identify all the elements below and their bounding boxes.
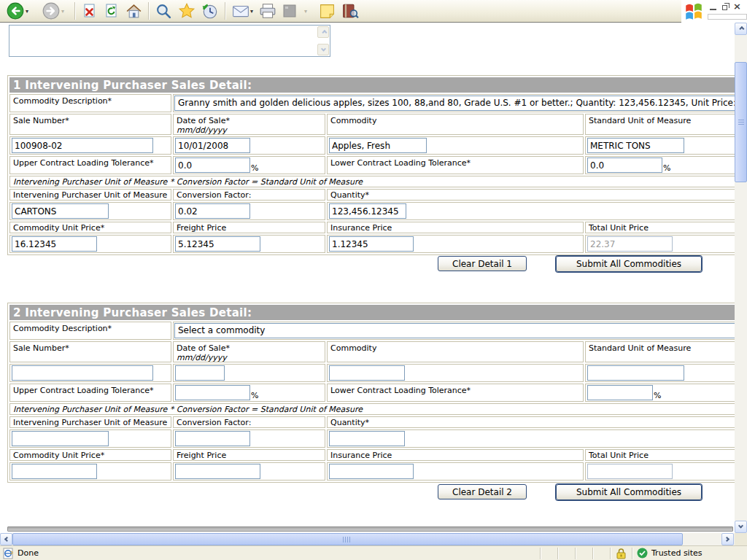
sale-number-input[interactable]: [12, 365, 153, 381]
vertical-scrollbar[interactable]: [735, 23, 747, 533]
chevron-down-icon[interactable]: ▾: [304, 8, 307, 15]
cell: [9, 429, 171, 448]
cell: [327, 429, 735, 448]
forward-button[interactable]: ▾: [39, 1, 67, 21]
cell: %: [585, 384, 735, 402]
label-upper-tolerance: Upper Contract Loading Tolerance*: [9, 156, 171, 174]
scroll-up-button[interactable]: [735, 23, 747, 35]
freight-price-input[interactable]: [175, 236, 260, 252]
label-ip-uom: Intervening Purchaser Unit of Measure: [9, 189, 171, 201]
cell: [327, 202, 735, 220]
clear-detail-1-button[interactable]: Clear Detail 1: [438, 256, 527, 271]
lower-tolerance-input[interactable]: [587, 385, 653, 400]
horizontal-scrollbar-thumb[interactable]: [12, 533, 683, 545]
favorites-star-icon: [178, 2, 196, 20]
notes-button[interactable]: [316, 1, 338, 21]
home-button[interactable]: [123, 1, 145, 21]
lower-tolerance-input[interactable]: [587, 158, 662, 173]
chevron-down-icon: [738, 524, 743, 529]
percent-sign: %: [654, 391, 661, 400]
security-lock-pane[interactable]: [610, 548, 632, 559]
submit-all-commodities-button[interactable]: Submit All Commodities: [556, 484, 702, 500]
cell: [9, 202, 171, 220]
insurance-price-input[interactable]: [329, 236, 414, 252]
refresh-icon: [104, 3, 120, 19]
restore-icon[interactable]: [722, 5, 727, 10]
upper-tolerance-input[interactable]: [175, 385, 250, 400]
inner-horizontal-scrollbar[interactable]: [7, 526, 733, 532]
status-main-pane: Done: [0, 548, 540, 559]
freight-price-input[interactable]: [175, 464, 260, 479]
commodity-description-select[interactable]: Select a commodity: [173, 322, 735, 340]
label-ip-uom: Intervening Purchaser Unit of Measure: [9, 416, 171, 428]
sales-detail-section-1: 1 Intervening Purchaser Sales Detail: Co…: [7, 75, 735, 255]
cell: [9, 235, 171, 253]
forward-icon: [42, 1, 61, 20]
back-button[interactable]: ▾: [3, 1, 31, 21]
chevron-right-icon: [724, 537, 729, 542]
chevron-down-icon[interactable]: ▾: [250, 8, 253, 15]
clear-detail-2-button[interactable]: Clear Detail 2: [438, 484, 527, 499]
edit-button[interactable]: ▾: [279, 1, 310, 21]
commodity-unit-price-input[interactable]: [12, 236, 97, 252]
date-of-sale-input[interactable]: [175, 138, 250, 153]
commodity-description-select[interactable]: Granny smith and golden delicious apples…: [173, 94, 735, 112]
close-icon[interactable]: ×: [733, 3, 741, 10]
horizontal-scrollbar[interactable]: [0, 533, 735, 545]
chevron-down-icon[interactable]: ▾: [26, 8, 28, 15]
search-button[interactable]: [152, 1, 175, 21]
browser-toolbar: ▾ ▾ ▾ ▾: [0, 0, 747, 23]
commodity-input[interactable]: [329, 138, 427, 153]
research-button[interactable]: [338, 1, 362, 21]
ip-uom-input[interactable]: [12, 203, 109, 219]
scroll-left-button[interactable]: [0, 533, 12, 545]
history-button[interactable]: [198, 1, 222, 21]
chevron-up-icon: [739, 26, 744, 31]
sale-number-input[interactable]: [12, 138, 153, 153]
chevron-down-icon[interactable]: ▾: [61, 8, 64, 15]
date-of-sale-input[interactable]: [175, 365, 225, 381]
refresh-button[interactable]: [101, 1, 123, 21]
print-button[interactable]: [256, 1, 279, 21]
upper-tolerance-input[interactable]: [175, 158, 250, 173]
section-2-buttons: Clear Detail 2 Submit All Commodities: [0, 484, 735, 502]
vertical-scrollbar-thumb[interactable]: [735, 62, 747, 182]
cell: %: [173, 156, 325, 174]
cell: %: [585, 156, 735, 174]
mail-button[interactable]: ▾: [229, 1, 256, 21]
status-pane: [540, 548, 557, 559]
percent-sign: %: [251, 391, 258, 400]
commodity-input[interactable]: [329, 365, 405, 381]
scroll-down-button[interactable]: [735, 521, 747, 533]
scroll-right-button[interactable]: [721, 533, 734, 545]
sales-detail-section-2: 2 Intervening Purchaser Sales Detail: Co…: [7, 303, 735, 483]
security-zone-pane[interactable]: Trusted sites: [632, 548, 747, 559]
favorites-button[interactable]: [175, 1, 198, 21]
listbox-scroll-down-button[interactable]: [317, 44, 329, 55]
submit-all-commodities-button[interactable]: Submit All Commodities: [556, 256, 702, 272]
edit-icon: [282, 4, 297, 18]
commodity-unit-price-input[interactable]: [12, 464, 97, 479]
standard-uom-input[interactable]: [587, 365, 684, 381]
stop-button[interactable]: [79, 1, 101, 21]
toolbar-separator: [74, 2, 76, 20]
standard-uom-input[interactable]: [587, 138, 684, 153]
stop-icon: [82, 3, 98, 19]
conversion-factor-input[interactable]: [175, 431, 250, 446]
minimize-icon[interactable]: [710, 4, 716, 10]
label-commodity-description: Commodity Description*: [9, 322, 171, 340]
comments-listbox[interactable]: [9, 25, 330, 57]
date-format-hint: mm/dd/yyyy: [177, 353, 227, 362]
insurance-price-input[interactable]: [329, 464, 414, 479]
quantity-input[interactable]: [329, 203, 406, 219]
back-icon: [6, 1, 25, 20]
ip-uom-input[interactable]: [12, 431, 109, 446]
quantity-input[interactable]: [329, 431, 405, 446]
toolbar-separator: [225, 2, 226, 20]
conversion-factor-input[interactable]: [175, 203, 250, 219]
note-icon: [319, 3, 336, 20]
listbox-scroll-up-button[interactable]: [317, 26, 329, 38]
cell: [585, 136, 735, 155]
cell: [173, 235, 325, 253]
label-conversion-factor: Conversion Factor:: [173, 189, 325, 201]
